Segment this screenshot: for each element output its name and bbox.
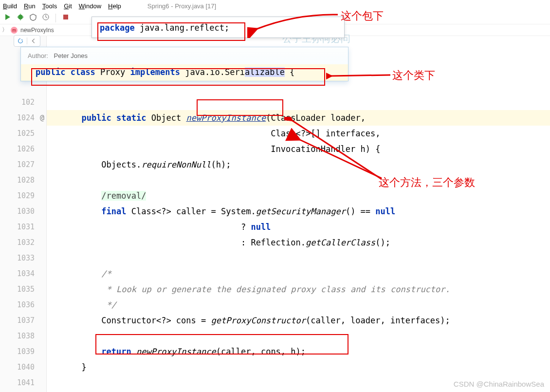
line-number: 1029 [0,188,46,204]
override-gutter-icon[interactable]: @ [40,110,44,126]
quickdoc-class-popup: Author: Peter Jones public class Proxy i… [20,47,348,81]
code-line: */ [47,297,550,313]
code-line: /removal/ [47,188,550,204]
line-number: 1026 [0,141,46,157]
breadcrumb-method[interactable]: newProxyIns [20,27,54,34]
menu-tools[interactable]: Tools [42,2,57,10]
code-line: } [47,359,550,375]
profile-icon[interactable] [42,13,50,22]
toolbar-separator [55,14,56,22]
bug-icon[interactable] [17,13,24,22]
line-number: 1036 [0,297,46,313]
annotation-text-1: 这个包下 [341,9,384,23]
class-signature: public class Proxy implements java.io.Se… [21,64,348,81]
breadcrumb-sep: 〉 [2,26,8,34]
kw-package: package [100,23,135,33]
quickdoc-package-popup: package java.lang.reflect; [92,17,345,38]
line-number: 1035 [0,281,46,297]
line-number: 1033 [0,250,46,266]
line-number: 1031 [0,219,46,235]
code-line: InvocationHandler h) { [47,141,550,157]
code-line: Objects.requireNonNull(h); [47,157,550,172]
coverage-icon[interactable] [29,13,37,22]
code-line: final Class<?> caller = System.getSecuri… [47,204,550,219]
code-line: : Reflection.getCallerClass(); [47,235,550,250]
author-name: Peter Jones [54,52,88,59]
menu-window[interactable]: Window [79,2,101,10]
line-number: 1034 [0,266,46,281]
line-number: 1040 [0,359,46,375]
line-number: 1024@ [0,110,46,126]
menu-run[interactable]: Run [24,2,36,10]
line-number: 1041 [0,375,46,391]
editor-tab-strip[interactable] [14,35,40,47]
refresh-icon[interactable] [17,37,24,44]
code-line [47,94,550,110]
annotation-text-3: 这个方法，三个参数 [379,175,475,190]
editor[interactable]: 102 1024@ 1025 1026 1027 1028 1029 1030 … [0,36,550,392]
line-number: 1032 [0,235,46,250]
line-number: 1038 [0,328,46,344]
code-line: public static Object newProxyInstance(Cl… [47,110,550,126]
code-line: Constructor<?> cons = getProxyConstructo… [47,313,550,328]
divider [27,37,27,44]
annotation-text-2: 这个类下 [392,68,435,83]
line-number: 1028 [0,172,46,188]
code-line: Class<?>[] interfaces, [47,126,550,141]
svg-marker-10 [21,39,23,41]
menu-git[interactable]: Git [64,2,72,10]
svg-rect-9 [63,15,68,19]
svg-point-1 [18,15,23,19]
method-badge-icon: m [11,27,18,34]
menu-build[interactable]: Build [3,2,17,10]
stop-icon[interactable] [62,13,70,22]
line-number: 1025 [0,126,46,141]
svg-line-8 [46,17,47,18]
csdn-watermark: CSDN @ChinaRainbowSea [454,380,544,388]
menu-help[interactable]: Help [108,2,121,10]
menu-bar: Build Run Tools Git Window Help Spring6 … [0,0,550,12]
package-path: java.lang.reflect; [135,23,229,33]
author-row: Author: Peter Jones [26,50,343,64]
line-number: 1039 [0,344,46,359]
line-number: 102 [0,94,46,110]
gutter: 102 1024@ 1025 1026 1027 1028 1029 1030 … [0,36,47,392]
code-line [47,250,550,266]
code-line: ? null [47,219,550,235]
line-number: 1037 [0,313,46,328]
method-link[interactable]: newProxyInstance [186,113,266,123]
code-area[interactable]: public static Object newProxyInstance(Cl… [47,36,550,392]
line-number: 1027 [0,157,46,172]
line-number: 1030 [0,204,46,219]
code-line: /* [47,266,550,281]
svg-marker-0 [5,14,10,20]
play-icon[interactable] [4,13,12,22]
code-line [47,328,550,344]
code-line: * Look up or generate the designated pro… [47,281,550,297]
code-line: return newProxyInstance(caller, cons, h)… [47,344,550,359]
chevron-left-icon[interactable] [30,37,37,44]
window-title: Spring6 - Proxy.java [17] [147,2,216,10]
author-label: Author: [28,52,48,59]
